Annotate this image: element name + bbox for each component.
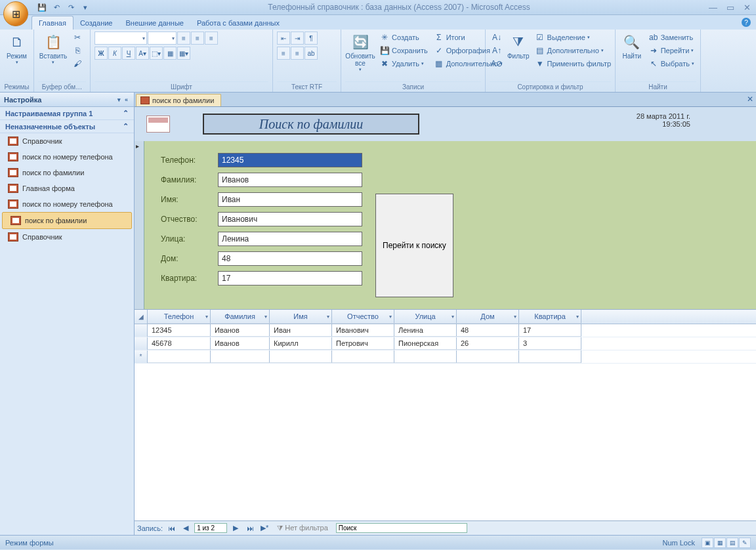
minimize-button[interactable]: — <box>706 3 720 12</box>
nav-item[interactable]: Справочник <box>0 229 134 245</box>
record-selector[interactable] <box>135 141 144 309</box>
save-icon[interactable]: 💾 <box>35 1 49 14</box>
ltr-button[interactable]: ¶ <box>304 32 318 45</box>
paste-button[interactable]: 📋Вставить▾ <box>38 32 68 66</box>
refresh-all-button[interactable]: 🔄Обновить все▾ <box>345 32 375 74</box>
sort-asc-button[interactable]: A↓ <box>490 32 504 43</box>
row-selector[interactable] <box>135 337 148 350</box>
bold-button[interactable]: Ж <box>94 47 108 60</box>
find-button[interactable]: 🔍Найти <box>620 32 644 61</box>
col-header-street[interactable]: Улица <box>394 310 457 324</box>
close-button[interactable]: ✕ <box>741 3 753 12</box>
selection-filter-button[interactable]: ☑Выделение▾ <box>533 32 614 43</box>
underline-button[interactable]: Ч <box>122 47 135 60</box>
format-painter-button[interactable]: 🖌 <box>70 58 85 70</box>
nav-group-1[interactable]: Настраиваемая группа 1⌃ <box>0 107 134 120</box>
replace-button[interactable]: abЗаменить <box>646 32 696 43</box>
copy-button[interactable]: ⎘ <box>70 45 85 56</box>
font-color-button[interactable]: A▾ <box>136 47 149 60</box>
tab-home[interactable]: Главная <box>32 16 74 30</box>
clear-sort-button[interactable]: A⊘ <box>490 58 504 70</box>
cut-button[interactable]: ✂ <box>70 32 85 43</box>
first-record-button[interactable]: ⏮ <box>165 523 177 534</box>
col-header-phone[interactable]: Телефон <box>148 310 211 324</box>
nav-item[interactable]: Главная форма <box>0 180 134 196</box>
delete-record-button[interactable]: ✖Удалить▾ <box>377 58 430 70</box>
save-record-button[interactable]: 💾Сохранить <box>377 45 430 56</box>
qat-more-icon[interactable]: ▾ <box>79 1 92 14</box>
nav-group-2[interactable]: Неназначенные объекты⌃ <box>0 120 134 133</box>
col-header-flat[interactable]: Квартира <box>519 310 581 324</box>
col-header-house[interactable]: Дом <box>457 310 519 324</box>
datasheet-view-button[interactable]: ▦ <box>714 538 726 548</box>
select-button[interactable]: ↖Выбрать▾ <box>646 58 696 70</box>
record-position-input[interactable] <box>194 523 227 533</box>
numbering-button[interactable]: ≡ <box>277 47 290 60</box>
input-firstname[interactable]: Иван <box>218 192 362 207</box>
row-selector[interactable] <box>135 324 148 337</box>
office-button[interactable]: ⊞ <box>3 1 28 26</box>
fill-color-button[interactable]: ⬚▾ <box>150 47 163 60</box>
data-row[interactable]: 12345 Иванов Иван Иванович Ленина 48 17 <box>135 324 756 337</box>
toggle-filter-button[interactable]: ▼Применить фильтр <box>533 58 614 70</box>
search-box[interactable] <box>336 523 467 533</box>
help-button[interactable]: ? <box>742 18 751 27</box>
maximize-button[interactable]: ▭ <box>724 3 737 12</box>
view-icon: 🗋 <box>8 33 26 51</box>
nav-item[interactable]: поиск по номеру телефона <box>0 196 134 212</box>
highlight-button[interactable]: ab <box>304 47 318 60</box>
next-record-button[interactable]: ▶ <box>230 523 242 534</box>
input-lastname[interactable]: Иванов <box>218 173 362 187</box>
data-row[interactable]: 45678 Иванов Кирилл Петрович Пионерская … <box>135 337 756 350</box>
redo-icon[interactable]: ↷ <box>64 1 77 14</box>
new-record-button[interactable]: ▶* <box>259 523 270 534</box>
font-size-combo[interactable] <box>148 32 177 45</box>
document-tab[interactable]: поиск по фамилии <box>136 94 221 106</box>
bullets-button[interactable]: ≡ <box>291 47 304 60</box>
design-view-button[interactable]: ✎ <box>739 538 751 548</box>
row-selector-new[interactable]: * <box>135 350 148 363</box>
nav-item[interactable]: Справочник <box>0 133 134 149</box>
col-header-patronymic[interactable]: Отчество <box>332 310 394 324</box>
search-button[interactable]: Перейти к поиску <box>375 194 453 297</box>
font-family-combo[interactable] <box>94 32 147 45</box>
italic-button[interactable]: К <box>108 47 121 60</box>
new-row[interactable]: * <box>135 350 756 364</box>
nav-header[interactable]: Настройка▾« <box>0 93 134 107</box>
nav-collapse-icon[interactable]: « <box>123 96 130 103</box>
view-button[interactable]: 🗋Режим▾ <box>4 32 30 66</box>
form-view-button[interactable]: ▣ <box>702 538 713 548</box>
input-flat[interactable]: 17 <box>218 271 362 286</box>
nav-item[interactable]: поиск по фамилии <box>0 165 134 180</box>
decrease-indent-button[interactable]: ⇤ <box>277 32 290 45</box>
tab-external[interactable]: Внешние данные <box>119 16 190 30</box>
prev-record-button[interactable]: ◀ <box>180 523 192 534</box>
sort-desc-button[interactable]: A↑ <box>490 45 504 56</box>
input-street[interactable]: Ленина <box>218 232 362 246</box>
input-phone[interactable]: 12345 <box>218 153 362 167</box>
close-tab-button[interactable]: ✕ <box>747 95 753 104</box>
gridlines-button[interactable]: ▦ <box>163 47 177 60</box>
goto-button[interactable]: ➜Перейти▾ <box>646 45 696 56</box>
filter-button[interactable]: ⧩Фильтр <box>506 32 531 61</box>
layout-view-button[interactable]: ▤ <box>726 538 738 548</box>
nav-item-selected[interactable]: поиск по фамилии <box>2 212 132 229</box>
last-record-button[interactable]: ⏭ <box>244 523 256 534</box>
col-header-firstname[interactable]: Имя <box>270 310 332 324</box>
advanced-filter-button[interactable]: ▤Дополнительно▾ <box>533 45 614 56</box>
select-all-cell[interactable]: ◢ <box>135 310 148 324</box>
input-patronymic[interactable]: Иванович <box>218 212 362 226</box>
undo-icon[interactable]: ↶ <box>50 1 63 14</box>
tab-create[interactable]: Создание <box>74 16 119 30</box>
nav-dropdown-icon[interactable]: ▾ <box>116 96 123 103</box>
new-record-button[interactable]: ✳Создать <box>377 32 430 43</box>
col-header-lastname[interactable]: Фамилия <box>211 310 270 324</box>
tab-dbtools[interactable]: Работа с базами данных <box>190 16 286 30</box>
altcolor-button[interactable]: ▦▾ <box>177 47 190 60</box>
increase-indent-button[interactable]: ⇥ <box>291 32 304 45</box>
align-center-button[interactable]: ≡ <box>191 32 204 45</box>
input-house[interactable]: 48 <box>218 251 362 266</box>
nav-item[interactable]: поиск по номеру телефона <box>0 149 134 165</box>
align-left-button[interactable]: ≡ <box>177 32 190 45</box>
align-right-button[interactable]: ≡ <box>205 32 218 45</box>
